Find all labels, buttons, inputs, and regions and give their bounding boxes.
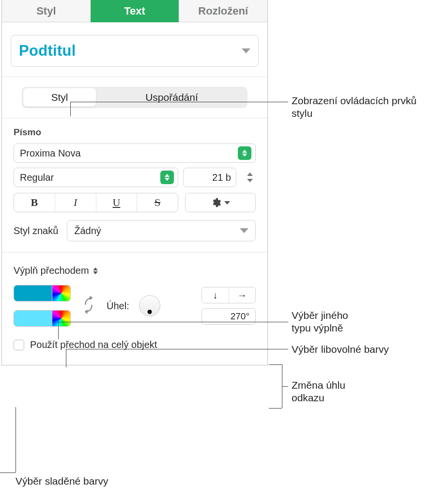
gradient-stop-2-colorwheel[interactable] bbox=[52, 311, 70, 326]
callout-fill-type: Výběr jinéhotypu výplně bbox=[292, 309, 348, 335]
character-style-popup[interactable]: Žádný bbox=[67, 220, 256, 241]
font-family-value: Proxima Nova bbox=[20, 148, 81, 159]
chevron-down-icon bbox=[224, 201, 230, 205]
font-weight-popup[interactable]: Regular bbox=[14, 168, 178, 187]
subtab-style[interactable]: Styl bbox=[23, 88, 96, 107]
stepper-down-icon bbox=[247, 179, 253, 182]
gradient-stop-2 bbox=[14, 310, 71, 327]
tab-style[interactable]: Styl bbox=[2, 0, 91, 22]
gradient-direction-segmented: ↓ → bbox=[202, 287, 256, 303]
updown-arrows-icon bbox=[160, 171, 174, 184]
gradient-direction-vertical[interactable]: ↓ bbox=[202, 287, 229, 303]
tab-layout[interactable]: Rozložení bbox=[179, 0, 267, 22]
gradient-stop-1-swatch[interactable] bbox=[14, 285, 52, 301]
stepper-up-icon bbox=[247, 173, 253, 176]
font-section: Písmo Proxima Nova Regular 21 b bbox=[2, 118, 267, 252]
gradient-stop-1-colorwheel[interactable] bbox=[52, 285, 70, 301]
gradient-direction-horizontal[interactable]: → bbox=[229, 287, 256, 303]
callout-any-color: Výběr libovolné barvy bbox=[292, 343, 389, 356]
subtab-segmented: Styl Uspořádání bbox=[22, 87, 248, 108]
fill-type-popup[interactable]: Výplň přechodem bbox=[14, 265, 98, 276]
fill-type-label: Výplň přechodem bbox=[14, 265, 89, 276]
apply-whole-object-checkbox[interactable] bbox=[14, 340, 24, 350]
font-section-title: Písmo bbox=[14, 127, 256, 138]
callout-matched-color: Výběr sladěné barvy bbox=[16, 475, 108, 488]
gradient-stop-2-swatch[interactable] bbox=[14, 311, 52, 326]
format-inspector-panel: Styl Text Rozložení Podtitul Styl Uspořá… bbox=[1, 0, 268, 365]
subtab-arrangement[interactable]: Uspořádání bbox=[97, 88, 246, 107]
bold-button[interactable]: B bbox=[14, 193, 55, 212]
angle-knob[interactable] bbox=[139, 295, 160, 316]
underline-button[interactable]: U bbox=[96, 193, 138, 212]
character-style-value: Žádný bbox=[74, 225, 101, 236]
chevron-down-icon bbox=[242, 48, 250, 53]
paragraph-style-popup[interactable]: Podtitul bbox=[11, 35, 259, 67]
angle-value: 270° bbox=[231, 311, 249, 322]
character-style-label: Styl znaků bbox=[14, 225, 58, 236]
callout-style-controls: Zobrazení ovládacích prvků stylu bbox=[292, 94, 434, 120]
gradient-stop-1 bbox=[14, 285, 71, 301]
gradient-stops bbox=[14, 285, 71, 327]
tab-text[interactable]: Text bbox=[91, 0, 179, 22]
italic-button[interactable]: I bbox=[55, 193, 96, 212]
font-style-buttons: B I U S bbox=[14, 193, 178, 212]
updown-arrows-icon bbox=[238, 146, 251, 160]
callout-angle: Změna úhluodkazu bbox=[292, 379, 345, 405]
font-size-stepper[interactable] bbox=[244, 173, 256, 182]
font-weight-value: Regular bbox=[20, 172, 54, 183]
updown-arrows-icon bbox=[93, 268, 98, 274]
chevron-down-icon bbox=[240, 228, 248, 233]
inspector-top-tabs: Styl Text Rozložení bbox=[2, 0, 267, 22]
swap-stops-button[interactable] bbox=[80, 295, 97, 317]
paragraph-style-name: Podtitul bbox=[19, 42, 76, 60]
font-size-value: 21 b bbox=[212, 172, 231, 183]
text-fill-section: Výplň přechodem Úhel: bbox=[2, 252, 267, 365]
font-family-popup[interactable]: Proxima Nova bbox=[14, 143, 256, 163]
font-size-field[interactable]: 21 b bbox=[183, 168, 236, 187]
angle-label: Úhel: bbox=[107, 300, 129, 312]
gear-icon bbox=[211, 197, 221, 208]
advanced-options-button[interactable] bbox=[185, 193, 256, 212]
strikethrough-button[interactable]: S bbox=[137, 193, 178, 212]
